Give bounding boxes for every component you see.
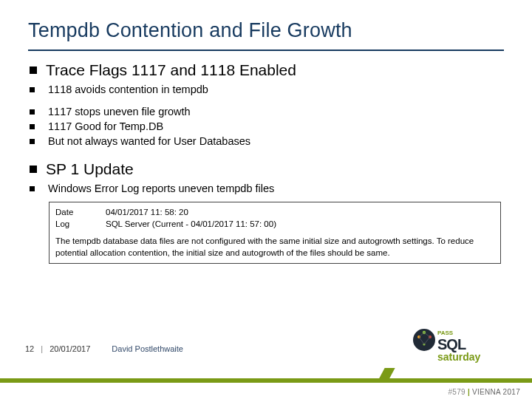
- list-item-text: But not always wanted for User Databases: [48, 135, 250, 147]
- event-bar-icon: |: [468, 388, 470, 396]
- list-item-text: 1117 stops uneven file growth: [48, 106, 191, 117]
- section-heading-2-text: SP 1 Update: [46, 160, 134, 178]
- logo-brand-sql: SQL: [437, 336, 466, 352]
- slide-root: Tempdb Contention and File Growth Trace …: [0, 0, 532, 399]
- log-row-date: Date 04/01/2017 11: 58: 20: [55, 207, 494, 219]
- footer-accent-bar: [0, 378, 532, 383]
- log-val-date: 04/01/2017 11: 58: 20: [106, 207, 494, 219]
- title-divider: [28, 50, 504, 51]
- event-tag: #579|VIENNA 2017: [448, 388, 520, 396]
- footer-meta: 12 | 20/01/2017 David Postlethwaite: [25, 344, 183, 353]
- list-item: But not always wanted for User Databases: [28, 135, 504, 147]
- bullet-square-icon: [30, 139, 35, 144]
- logo-brand-saturday: saturday: [437, 351, 481, 363]
- page-number: 12: [25, 344, 34, 353]
- footer-presenter: David Postlethwaite: [112, 344, 183, 353]
- slide-title: Tempdb Contention and File Growth: [28, 19, 504, 42]
- list-item: Windows Error Log reports uneven tempdb …: [28, 183, 504, 194]
- bullet-square-icon: [30, 186, 35, 191]
- log-key-log: Log: [55, 219, 106, 231]
- footer-separator: |: [41, 344, 43, 353]
- bullet-square-icon: [30, 109, 35, 115]
- log-key-date: Date: [55, 207, 106, 219]
- bullet-square-icon: [30, 87, 35, 92]
- log-box: Date 04/01/2017 11: 58: 20 Log SQL Serve…: [49, 202, 501, 264]
- content-area: Tempdb Contention and File Growth Trace …: [0, 0, 532, 264]
- sql-saturday-logo: PASS SQL saturday: [408, 322, 519, 366]
- event-city: VIENNA 2017: [472, 388, 520, 396]
- logo-brand-pass: PASS: [437, 330, 454, 336]
- log-val-log: SQL Server (Current - 04/01/2017 11: 57:…: [106, 219, 494, 231]
- section-heading-1: Trace Flags 1117 and 1118 Enabled: [28, 61, 504, 79]
- bullet-square-icon: [30, 166, 37, 173]
- footer-date: 20/01/2017: [50, 344, 90, 353]
- bullet-square-icon: [30, 66, 37, 74]
- footer: 12 | 20/01/2017 David Postlethwaite PASS…: [0, 337, 532, 383]
- log-note: The tempdb database data files are not c…: [55, 236, 494, 259]
- list-item: 1117 stops uneven file growth: [28, 106, 504, 117]
- bullet-square-icon: [30, 124, 35, 129]
- list-item-text: 1118 avoids contention in tempdb: [48, 83, 208, 95]
- section-heading-1-text: Trace Flags 1117 and 1118 Enabled: [46, 61, 296, 79]
- list-item-text: Windows Error Log reports uneven tempdb …: [48, 183, 274, 194]
- list-item: 1117 Good for Temp.DB: [28, 120, 504, 132]
- event-number: #579: [448, 388, 465, 396]
- log-row-log: Log SQL Server (Current - 04/01/2017 11:…: [55, 219, 494, 231]
- section-heading-2: SP 1 Update: [28, 160, 504, 178]
- list-item: 1118 avoids contention in tempdb: [28, 83, 504, 95]
- list-item-text: 1117 Good for Temp.DB: [48, 120, 163, 132]
